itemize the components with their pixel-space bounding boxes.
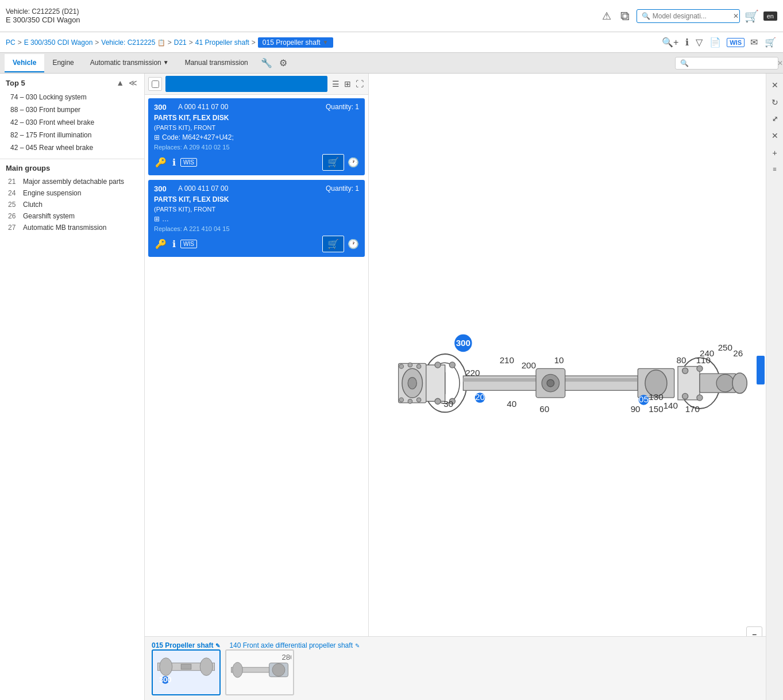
parts-toolbar: ☰ ⊞ ⛶	[145, 74, 368, 95]
part-info-icon-1[interactable]: ℹ	[171, 156, 177, 169]
svg-point-5	[435, 398, 441, 404]
filter-icon-btn[interactable]: ▽	[695, 36, 704, 49]
left-sub	[398, 363, 426, 403]
svg-point-58	[200, 658, 213, 676]
breadcrumb-pc[interactable]: PC	[6, 39, 16, 47]
thumbnail-015-img: 300	[155, 652, 218, 693]
part-clock-1[interactable]: 🕐	[348, 157, 359, 168]
part-info-icon-2[interactable]: ℹ	[171, 237, 177, 251]
sidebar-item-42-030[interactable]: 42 – 030 Front wheel brake	[6, 116, 138, 129]
tab-auto-transmission[interactable]: Automatic transmission ▼	[82, 54, 177, 72]
wrench-icon-btn[interactable]: 🔧	[256, 54, 277, 72]
blue-marker	[757, 356, 765, 384]
image-panel: ✕ ↻ ⤢ ✕ + ≡	[369, 74, 783, 700]
svg-text:150: 150	[649, 404, 663, 414]
part-clock-2[interactable]: 🕐	[348, 239, 359, 249]
part-qty-2: Quantity: 1	[326, 184, 359, 193]
main-group-item-26[interactable]: 26 Gearshift system	[6, 210, 138, 222]
nav-search-input[interactable]	[691, 59, 777, 67]
breadcrumb-d21[interactable]: D21	[174, 39, 187, 47]
top5-expand-btn[interactable]: ≪	[128, 78, 138, 87]
tab-engine[interactable]: Engine	[44, 54, 82, 72]
vehicle-info: Vehicle: C212225 (D21) E 300/350 CDI Wag…	[6, 7, 80, 24]
breadcrumb-current[interactable]: 015 Propeller shaft ▼	[258, 37, 333, 48]
parts-panel: ☰ ⊞ ⛶ 300 A 000 411 07 00 Quantity: 1 PA…	[145, 74, 369, 700]
part-add-cart-2[interactable]: 🛒	[322, 236, 344, 252]
sidebar-item-42-045[interactable]: 42 – 045 Rear wheel brake	[6, 141, 138, 154]
thumb-tab-015[interactable]: 015 Propeller shaft ✎	[152, 641, 220, 649]
part-wis-icon-2[interactable]: WIS	[180, 240, 197, 248]
model-search-box[interactable]: 🔍 ✕	[637, 9, 740, 23]
close-panel-btn[interactable]: ✕	[770, 78, 780, 92]
tools-icon-btn[interactable]: ⚙	[277, 54, 290, 72]
thumb-tab-140[interactable]: 140 Front axle differential propeller sh…	[229, 641, 360, 649]
breadcrumb-propshaft-group[interactable]: 41 Propeller shaft	[195, 39, 249, 47]
part-name-1: PARTS KIT, FLEX DISK	[154, 114, 359, 122]
svg-text:250: 250	[718, 343, 732, 352]
parts-grid-view-btn[interactable]: ⊞	[343, 78, 352, 90]
info-icon-btn[interactable]: ℹ	[684, 36, 690, 49]
fit-btn[interactable]: ⤢	[771, 113, 779, 125]
tab-vehicle[interactable]: Vehicle	[5, 54, 44, 72]
highlight-btn[interactable]: ✕	[770, 129, 780, 143]
breadcrumb-vehicle-line[interactable]: E 300/350 CDI Wagon	[24, 39, 93, 47]
wis-icon-btn[interactable]: WIS	[727, 38, 745, 47]
sidebar-item-74-030[interactable]: 74 – 030 Locking system	[6, 91, 138, 103]
part-key-icon-2[interactable]: 🔑	[154, 237, 168, 251]
svg-point-14	[547, 379, 554, 387]
svg-text:26: 26	[733, 348, 743, 358]
main-group-item-25[interactable]: 25 Clutch	[6, 199, 138, 210]
parts-fullscreen-btn[interactable]: ⛶	[354, 78, 365, 90]
top5-title: Top 5	[6, 79, 25, 87]
parts-toolbar-icons: ☰ ⊞ ⛶	[331, 78, 365, 90]
breadcrumb-vehicle[interactable]: Vehicle: C212225 📋	[101, 39, 165, 47]
zoom-in-drawing-btn[interactable]: +	[771, 146, 778, 160]
search-clear-btn[interactable]: ✕	[733, 12, 739, 20]
thumb-tab-140-edit-icon[interactable]: ✎	[355, 643, 360, 649]
thumbnail-140[interactable]: 280	[225, 649, 294, 695]
model-search-input[interactable]	[653, 12, 733, 20]
parts-search-bar[interactable]	[165, 76, 327, 92]
main-group-item-21[interactable]: 21 Major assembly detachable parts	[6, 176, 138, 187]
svg-text:30: 30	[443, 399, 453, 409]
main-group-label-25: Clutch	[23, 201, 136, 209]
tab-manual-transmission[interactable]: Manual transmission	[177, 54, 256, 72]
parts-select-all-checkbox[interactable]	[152, 80, 159, 88]
thumb-tab-015-edit-icon[interactable]: ✎	[215, 643, 220, 649]
parts-checkbox[interactable]	[148, 77, 162, 91]
part-subname-2: (PARTS KIT), FRONT	[154, 206, 359, 213]
part-wis-icon-1[interactable]: WIS	[180, 158, 197, 167]
part-key-icon-1[interactable]: 🔑	[154, 156, 168, 169]
zoom-in-icon-btn[interactable]: 🔍+	[661, 36, 680, 49]
svg-point-66	[272, 664, 285, 676]
rotate-btn[interactable]: ↻	[770, 95, 780, 109]
top5-collapse-btn[interactable]: ▲	[115, 78, 125, 87]
main-group-num-26: 26	[8, 212, 20, 220]
svg-point-22	[697, 395, 703, 401]
top-bar: Vehicle: C212225 (D21) E 300/350 CDI Wag…	[0, 0, 783, 32]
parts-list-view-btn[interactable]: ☰	[331, 78, 341, 90]
top-cart-btn[interactable]: 🛒	[745, 9, 759, 23]
sidebar-item-88-030[interactable]: 88 – 030 Front bumper	[6, 103, 138, 116]
svg-point-52	[416, 364, 421, 369]
svg-text:200: 200	[521, 360, 535, 370]
mail-icon-btn[interactable]: ✉	[749, 36, 759, 49]
nav-search-box[interactable]: 🔍 ✕	[675, 57, 778, 70]
thumbnail-015[interactable]: 300	[152, 649, 221, 695]
breadcrumb-cart-btn[interactable]: 🛒	[763, 36, 777, 49]
part-num-1: 300	[154, 103, 175, 111]
main-group-item-24[interactable]: 24 Engine suspension	[6, 187, 138, 199]
layers-btn[interactable]: ≡	[772, 163, 777, 175]
svg-rect-18	[678, 367, 700, 400]
svg-text:240: 240	[700, 348, 714, 358]
nav-search-clear-btn[interactable]: ✕	[777, 59, 783, 67]
doc-icon-btn[interactable]: 📄	[708, 36, 722, 49]
main-layout: Top 5 ▲ ≪ 74 – 030 Locking system 88 – 0…	[0, 74, 783, 700]
svg-point-6	[449, 362, 455, 368]
copy-icon-btn[interactable]: ⧉	[618, 6, 632, 26]
alert-icon-btn[interactable]: ⚠	[600, 7, 614, 25]
part-add-cart-1[interactable]: 🛒	[322, 154, 344, 171]
main-group-item-27[interactable]: 27 Automatic MB transmission	[6, 222, 138, 233]
sidebar-top5-header: Top 5 ▲ ≪	[6, 78, 138, 87]
sidebar-item-82-175[interactable]: 82 – 175 Front illumination	[6, 129, 138, 141]
